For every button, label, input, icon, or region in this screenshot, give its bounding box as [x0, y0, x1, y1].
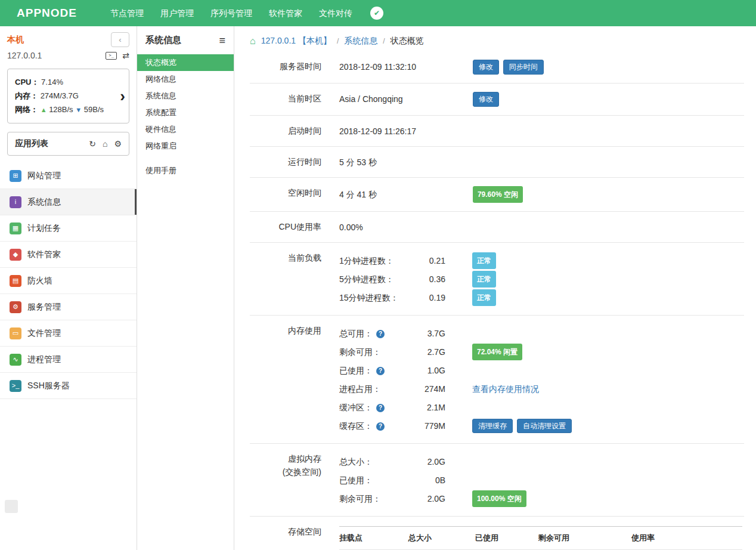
- help-icon[interactable]: ?: [376, 367, 385, 375]
- help-icon[interactable]: ?: [376, 404, 385, 412]
- website-icon: ⊞: [10, 170, 21, 182]
- modify-timezone-button[interactable]: 修改: [473, 92, 499, 107]
- info-icon: i: [10, 196, 21, 208]
- row-idle-time: 空闲时间 4 分 41 秒 79.60% 空闲: [250, 178, 744, 212]
- app-list-title: 应用列表: [15, 138, 48, 149]
- submenu-network-info[interactable]: 网络信息: [137, 71, 234, 88]
- load-1min-row: 1分钟进程数： 0.21 正常: [339, 251, 744, 270]
- brand-logo[interactable]: APPNODE: [0, 7, 102, 20]
- gear-icon[interactable]: ⚙: [114, 139, 122, 149]
- main-content: ⌂ 127.0.0.1 【本机】 / 系统信息 / 状态概览 服务器时间 201…: [234, 26, 756, 550]
- row-server-time: 服务器时间 2018-12-09 11:32:10 修改 同步时间: [250, 51, 744, 84]
- home-icon[interactable]: ⌂: [103, 139, 107, 149]
- row-uptime: 运行时间 5 分 53 秒: [250, 147, 744, 178]
- process-icon: ∿: [10, 354, 21, 366]
- nav-item-file-transfer[interactable]: 文件对传: [311, 0, 361, 26]
- server-stats-panel[interactable]: CPU： 7.14% 内存： 274M/3.7G 网络： ▲ 128B/s ▼ …: [7, 69, 129, 123]
- server-header: 本机 ‹: [0, 26, 137, 50]
- floating-helper-button[interactable]: [5, 500, 18, 513]
- firewall-icon: ▤: [10, 275, 21, 287]
- view-memory-usage-link[interactable]: 查看内存使用情况: [472, 384, 539, 394]
- memory-value: 274M/3.7G: [41, 91, 79, 100]
- row-label: 虚拟内存 (交换空间): [250, 452, 321, 478]
- row-swap: 虚拟内存 (交换空间) 总大小： 2.0G 已使用： 0B 剩余可用： 2.0G…: [250, 444, 744, 517]
- app-process-management[interactable]: ∿ 进程管理: [0, 347, 137, 373]
- swap-used-value: 0B: [411, 474, 445, 487]
- nav-item-node-management[interactable]: 节点管理: [102, 0, 152, 26]
- network-label: 网络：: [15, 105, 38, 114]
- breadcrumb-section-link[interactable]: 系统信息: [344, 36, 377, 47]
- app-service-management[interactable]: ⚙ 服务管理: [0, 294, 137, 320]
- row-label: 当前时区: [250, 92, 321, 105]
- memory-cache-value: 779M: [411, 419, 445, 432]
- breadcrumb-separator: /: [337, 37, 339, 45]
- memory-used-value: 1.0G: [411, 364, 445, 377]
- server-title: 本机: [7, 35, 24, 45]
- memory-buffer-row: 缓冲区：? 2.1M: [339, 398, 744, 416]
- submenu-user-manual[interactable]: 使用手册: [137, 162, 234, 179]
- load-5min-value: 0.36: [411, 273, 445, 286]
- refresh-icon[interactable]: ↻: [89, 139, 96, 149]
- modify-time-button[interactable]: 修改: [473, 60, 499, 75]
- app-firewall[interactable]: ▤ 防火墙: [0, 268, 137, 294]
- storage-table: 挂载点 总大小 已使用 剩余可用 使用率 / 17G 1.5G 15G: [339, 526, 742, 550]
- sync-time-button[interactable]: 同步时间: [503, 60, 544, 75]
- breadcrumb-home-icon[interactable]: ⌂: [250, 36, 256, 46]
- app-list: ⊞ 网站管理 i 系统信息 ▦ 计划任务 ◆ 软件管家 ▤ 防火墙 ⚙ 服务管理: [0, 163, 137, 399]
- server-ip-row: 127.0.0.1 >_ ⇄: [0, 50, 137, 66]
- submenu-hardware-info[interactable]: 硬件信息: [137, 121, 234, 138]
- transfer-icon[interactable]: ⇄: [122, 51, 129, 60]
- boot-time-value: 2018-12-09 11:26:17: [339, 125, 470, 138]
- submenu-network-restart[interactable]: 网络重启: [137, 138, 234, 155]
- submenu-system-config[interactable]: 系统配置: [137, 104, 234, 121]
- app-website-management[interactable]: ⊞ 网站管理: [0, 163, 137, 189]
- breadcrumb-current-page: 状态概览: [391, 36, 424, 47]
- help-icon[interactable]: ?: [376, 422, 385, 431]
- row-label: 服务器时间: [250, 60, 321, 73]
- load-15min-row: 15分钟进程数： 0.19 正常: [339, 288, 744, 307]
- memory-label: 内存：: [15, 91, 38, 100]
- app-system-info[interactable]: i 系统信息: [0, 189, 137, 215]
- app-file-management[interactable]: ▭ 文件管理: [0, 320, 137, 347]
- section-sidebar: 系统信息 ≡ 状态概览 网络信息 系统信息 系统配置 硬件信息 网络重启 使用手…: [137, 26, 234, 550]
- server-sidebar: 本机 ‹ 127.0.0.1 >_ ⇄ CPU： 7.14% 内存： 274M/…: [0, 26, 137, 550]
- storage-header-row: 挂载点 总大小 已使用 剩余可用 使用率: [339, 527, 742, 550]
- row-label: 当前负载: [250, 251, 321, 264]
- page-layout: 本机 ‹ 127.0.0.1 >_ ⇄ CPU： 7.14% 内存： 274M/…: [0, 26, 756, 550]
- row-label: 启动时间: [250, 124, 321, 137]
- cpu-value: 7.14%: [41, 78, 63, 86]
- swap-used-row: 已使用： 0B: [339, 471, 744, 489]
- clear-cache-button[interactable]: 清理缓存: [472, 419, 513, 434]
- memory-stat: 内存： 274M/3.7G: [15, 89, 114, 103]
- row-timezone: 当前时区 Asia / Chongqing 修改: [250, 84, 744, 116]
- memory-process-value: 274M: [411, 382, 445, 395]
- row-label: 运行时间: [250, 155, 321, 168]
- chevron-right-icon[interactable]: ›: [120, 87, 125, 106]
- server-time-value: 2018-12-09 11:32:10: [339, 60, 470, 73]
- idle-time-value: 4 分 41 秒: [339, 188, 470, 201]
- help-icon[interactable]: ?: [376, 330, 385, 338]
- auto-clean-settings-button[interactable]: 自动清理设置: [517, 419, 572, 434]
- navbar-status-check-icon[interactable]: ✔: [370, 7, 383, 20]
- section-header: 系统信息 ≡: [137, 26, 234, 52]
- nav-item-serial-management[interactable]: 序列号管理: [202, 0, 261, 26]
- server-ip-actions: >_ ⇄: [106, 51, 129, 60]
- app-ssh-server[interactable]: >_ SSH服务器: [0, 373, 137, 399]
- row-boot-time: 启动时间 2018-12-09 11:26:17: [250, 116, 744, 147]
- collapse-sidebar-button[interactable]: ‹: [111, 32, 129, 47]
- memory-free-value: 2.7G: [411, 345, 445, 359]
- network-stat: 网络： ▲ 128B/s ▼ 59B/s: [15, 103, 114, 117]
- hamburger-icon[interactable]: ≡: [219, 35, 225, 46]
- app-scheduled-tasks[interactable]: ▦ 计划任务: [0, 215, 137, 242]
- breadcrumb-separator: /: [383, 37, 385, 45]
- terminal-icon[interactable]: >_: [106, 52, 117, 60]
- nav-item-user-management[interactable]: 用户管理: [152, 0, 202, 26]
- load-1min-value: 0.21: [411, 254, 445, 267]
- nav-item-software-manager[interactable]: 软件管家: [261, 0, 311, 26]
- breadcrumb-server-link[interactable]: 127.0.0.1 【本机】: [261, 36, 331, 47]
- submenu-system-info[interactable]: 系统信息: [137, 88, 234, 104]
- app-software-manager[interactable]: ◆ 软件管家: [0, 242, 137, 268]
- submenu-status-overview[interactable]: 状态概览: [137, 54, 234, 71]
- section-title: 系统信息: [145, 35, 181, 46]
- row-cpu-usage: CPU使用率 0.00%: [250, 212, 744, 243]
